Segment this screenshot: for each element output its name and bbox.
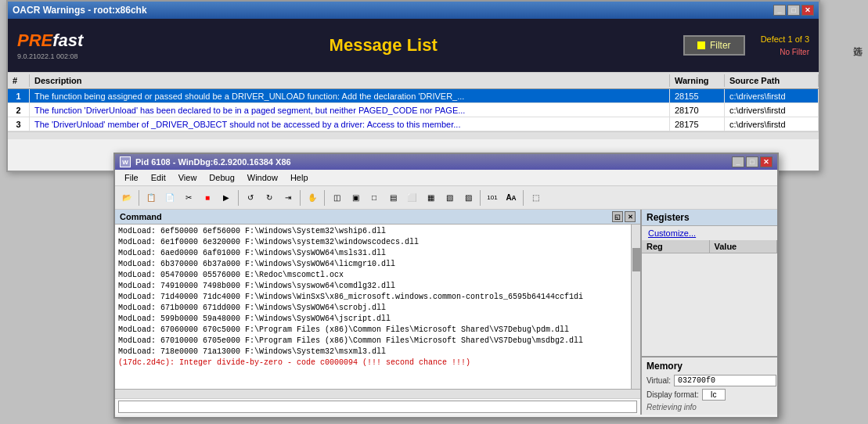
- toolbar-btn8[interactable]: ⇥: [279, 189, 297, 207]
- prefast-version: 9.0.21022.1 002:08: [17, 52, 78, 60]
- row-path: c:\drivers\firstd: [725, 103, 819, 117]
- toolbar-btn5[interactable]: ▶: [218, 189, 235, 207]
- prefast-fast: fast: [52, 31, 83, 50]
- memory-display-row: Display format: Ic: [646, 389, 773, 401]
- windbg-close-button[interactable]: ✕: [760, 156, 773, 167]
- row-path: c:\drivers\firstd: [725, 117, 819, 131]
- output-line: ModLoad: 6aed0000 6af01000 F:\Windows\Sy…: [118, 248, 628, 259]
- windbg-window: W Pid 6108 - WinDbg:6.2.9200.16384 X86 _…: [113, 153, 779, 419]
- toolbar-btn7[interactable]: ↻: [261, 189, 278, 207]
- table-row[interactable]: 1 The function being assigned or passed …: [8, 89, 819, 103]
- memory-display-value[interactable]: Ic: [702, 389, 726, 401]
- memory-section: Memory Virtual: Display format: Ic Retri…: [642, 356, 777, 415]
- command-scrollbar[interactable]: [631, 225, 640, 389]
- toolbar-stop-btn[interactable]: ■: [199, 189, 216, 207]
- row-num: 2: [8, 103, 30, 117]
- toolbar-btn9[interactable]: ◫: [328, 189, 345, 207]
- table-row[interactable]: 2 The function 'DriverUnload' has been d…: [8, 103, 819, 117]
- command-output: ModLoad: 6ef50000 6ef56000 F:\Windows\Sy…: [115, 225, 631, 389]
- prefast-pre: PRE: [17, 31, 52, 50]
- windbg-toolbar: 📂 📋 📄 ✂ ■ ▶ ↺ ↻ ⇥ ✋ ◫ ▣ □ ▤ ⬜ ▦ ▧ ▨ 101 …: [115, 186, 777, 210]
- toolbar-btn16[interactable]: ▨: [459, 189, 477, 207]
- filter-button[interactable]: Filter: [683, 35, 745, 56]
- minimize-button[interactable]: _: [773, 5, 786, 16]
- filter-label: Filter: [710, 40, 731, 51]
- col-path: Source Path: [725, 74, 819, 87]
- toolbar-btn15[interactable]: ▧: [441, 189, 458, 207]
- maximize-button[interactable]: □: [787, 5, 800, 16]
- menu-edit[interactable]: Edit: [145, 171, 172, 184]
- output-line: ModLoad: 718e0000 71a13000 F:\Windows\Sy…: [118, 347, 628, 358]
- toolbar-btn10[interactable]: ▣: [347, 189, 364, 207]
- output-line: ModLoad: 6ef50000 6ef56000 F:\Windows\Sy…: [118, 226, 628, 237]
- row-warning: 28175: [670, 117, 725, 131]
- windbg-menubar: File Edit View Debug Window Help: [115, 170, 777, 186]
- menu-help[interactable]: Help: [284, 171, 315, 184]
- toolbar-btn14[interactable]: ▦: [422, 189, 439, 207]
- registers-header: Registers: [642, 210, 777, 226]
- toolbar-paste-btn[interactable]: 📄: [161, 189, 178, 207]
- toolbar-btn17[interactable]: 101: [484, 189, 501, 207]
- menu-file[interactable]: File: [118, 171, 145, 184]
- row-warning: 28170: [670, 103, 725, 117]
- windbg-main-panel: Command ◱ ✕ ModLoad: 6ef50000 6ef56000 F…: [115, 210, 640, 415]
- row-num: 1: [8, 89, 30, 102]
- col-warning: Warning: [670, 74, 725, 87]
- oacr-toolbar: PREfast 9.0.21022.1 002:08 Message List …: [8, 19, 819, 72]
- message-list-title: Message List: [99, 35, 668, 56]
- toolbar-btn12[interactable]: ▤: [384, 189, 402, 207]
- close-button[interactable]: ✕: [801, 5, 814, 16]
- command-input-row: [115, 398, 640, 415]
- windbg-maximize-button[interactable]: □: [746, 156, 758, 167]
- registers-content-area: [642, 253, 777, 356]
- toolbar-cut-btn[interactable]: ✂: [180, 189, 197, 207]
- defect-count: Defect 1 of 3: [761, 33, 809, 46]
- row-path: c:\drivers\firstd: [725, 89, 819, 102]
- no-filter-label: No Filter: [761, 46, 809, 58]
- reg-table-header: Reg Value: [642, 240, 777, 253]
- customize-link[interactable]: Customize...: [642, 226, 777, 240]
- windbg-title: Pid 6108 - WinDbg:6.2.9200.16384 X86: [135, 157, 291, 167]
- toolbar-font-btn[interactable]: AA: [502, 189, 520, 207]
- toolbar-separator3: [300, 190, 301, 206]
- windbg-icon-label: W: [122, 159, 128, 166]
- toolbar-separator2: [238, 190, 239, 206]
- windbg-icon: W: [120, 156, 131, 167]
- col-desc: Description: [30, 74, 670, 87]
- menu-view[interactable]: View: [172, 171, 203, 184]
- toolbar-pan-btn[interactable]: ✋: [304, 189, 321, 207]
- windbg-titlebar-controls: _ □ ✕: [732, 156, 773, 167]
- toolbar-btn18[interactable]: ⬚: [527, 189, 544, 207]
- toolbar-btn6[interactable]: ↺: [242, 189, 259, 207]
- output-line: ModLoad: 67060000 670c5000 F:\Program Fi…: [118, 325, 628, 336]
- windbg-minimize-button[interactable]: _: [732, 156, 744, 167]
- command-hscrollbar[interactable]: [115, 389, 640, 398]
- defect-info: Defect 1 of 3 No Filter: [761, 33, 809, 58]
- output-line: ModLoad: 599b0000 59a48000 F:\Windows\Sy…: [118, 314, 628, 325]
- memory-display-label: Display format:: [646, 390, 699, 399]
- menu-window[interactable]: Window: [241, 171, 284, 184]
- toolbar-open-btn[interactable]: 📂: [118, 189, 135, 207]
- memory-virtual-row: Virtual:: [646, 375, 773, 386]
- scrollbar-thumb[interactable]: [632, 248, 640, 271]
- row-desc: The function 'DriverUnload' has been dec…: [30, 103, 670, 117]
- col-num: #: [8, 74, 30, 87]
- toolbar-copy-btn[interactable]: 📋: [142, 189, 160, 207]
- oacr-title: OACR Warnings - root:x86chk: [13, 5, 147, 16]
- toolbar-btn11[interactable]: □: [366, 189, 383, 207]
- row-desc: The 'DriverUnload' member of _DRIVER_OBJ…: [30, 117, 670, 131]
- memory-virtual-input[interactable]: [674, 375, 776, 386]
- memory-virtual-label: Virtual:: [646, 376, 671, 385]
- registers-memory-panel: Registers Customize... Reg Value Memory …: [640, 210, 777, 415]
- row-desc: The function being assigned or passed sh…: [30, 89, 670, 102]
- toolbar-btn13[interactable]: ⬜: [403, 189, 420, 207]
- menu-debug[interactable]: Debug: [203, 171, 240, 184]
- table-row[interactable]: 3 The 'DriverUnload' member of _DRIVER_O…: [8, 117, 819, 131]
- oacr-horizontal-scrollbar[interactable]: [8, 131, 819, 139]
- command-input[interactable]: [118, 401, 637, 413]
- row-num: 3: [8, 117, 30, 131]
- cmd-icon-close[interactable]: ✕: [625, 211, 636, 222]
- cmd-icon-expand[interactable]: ◱: [612, 211, 623, 222]
- output-line: ModLoad: 67010000 6705e000 F:\Program Fi…: [118, 336, 628, 347]
- prefast-brand: PREfast: [17, 31, 83, 51]
